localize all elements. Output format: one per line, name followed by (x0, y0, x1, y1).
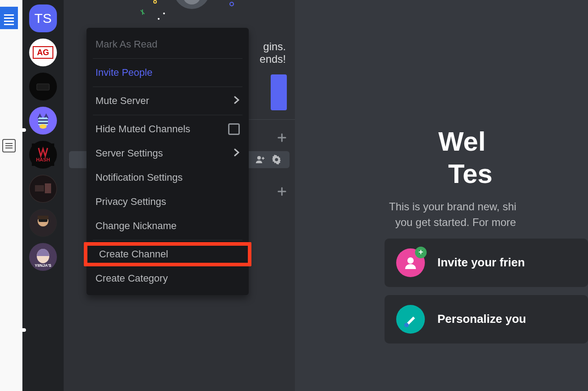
menu-label: Mark As Read (95, 39, 157, 50)
chevron-right-icon (233, 96, 240, 107)
menu-divider (93, 115, 242, 115)
server-icon-hash[interactable]: HASH (29, 141, 57, 169)
invite-icon[interactable] (255, 154, 266, 165)
menu-label: Server Settings (95, 148, 163, 159)
desk-photo-icon (30, 175, 56, 202)
list-icon[interactable] (2, 139, 16, 152)
menu-notification-settings[interactable]: Notification Settings (86, 165, 249, 190)
plus-badge-icon: + (415, 247, 427, 258)
confetti-icon (163, 13, 165, 14)
menu-mark-as-read[interactable]: Mark As Read (86, 32, 249, 56)
menu-label: Change Nickname (95, 220, 177, 232)
menu-create-category[interactable]: Create Category (86, 266, 249, 291)
menu-label: Hide Muted Channels (95, 123, 190, 135)
svg-text:YIINJA'S: YIINJA'S (35, 263, 51, 268)
server-icon-dojo[interactable]: YIINJA'S (29, 243, 57, 271)
chevron-right-icon (233, 148, 240, 159)
menu-invite-people[interactable]: Invite People (86, 61, 249, 85)
svg-rect-5 (38, 119, 48, 121)
svg-rect-2 (37, 84, 49, 90)
svg-rect-12 (45, 183, 51, 193)
svg-point-23 (407, 257, 414, 264)
confetti-icon (229, 2, 234, 6)
menu-label: Invite People (95, 67, 152, 78)
google-docs-icon[interactable] (0, 7, 18, 29)
primary-action-button[interactable] (271, 74, 287, 110)
menu-divider (93, 58, 242, 59)
invite-card-icon: + (396, 248, 425, 277)
confetti-icon (158, 18, 160, 20)
main-content: Wel Tes This is your brand new, shi you … (295, 0, 588, 391)
server-icon-ag[interactable]: AG (29, 39, 57, 66)
browser-sidebar-edge (0, 0, 22, 391)
ag-logo-icon: AG (32, 46, 54, 59)
menu-label: Notification Settings (95, 172, 182, 183)
card-invite-label: Invite your frien (437, 256, 525, 269)
server-icon-streamer[interactable] (29, 209, 57, 237)
menu-change-nickname[interactable]: Change Nickname (86, 214, 249, 238)
onboarding-card-invite[interactable]: + Invite your frien (385, 239, 588, 287)
menu-mute-server[interactable]: Mute Server (86, 89, 249, 113)
svg-text:HASH: HASH (36, 157, 50, 162)
svg-point-24 (404, 323, 409, 327)
welcome-subtitle-line2: you get started. For more (389, 215, 588, 230)
cat-avatar-icon (33, 110, 53, 131)
hash-logo-icon: HASH (32, 143, 54, 166)
menu-create-channel[interactable]: Create Channel (84, 242, 251, 266)
personalize-card-icon (396, 305, 425, 334)
menu-label: Create Channel (99, 248, 168, 260)
server-avatar (171, 0, 212, 12)
server-initials: TS (35, 11, 52, 26)
svg-text:AG: AG (37, 48, 49, 57)
add-channel-icon[interactable] (277, 185, 287, 200)
welcome-heading-line2: Tes (438, 158, 588, 190)
menu-server-settings[interactable]: Server Settings (86, 141, 249, 165)
welcome-heading-line1: Wel (438, 126, 588, 158)
server-icon-cat[interactable] (29, 107, 57, 135)
menu-label: Create Category (95, 273, 168, 284)
dojo-avatar-icon: YIINJA'S (30, 243, 56, 270)
svg-rect-16 (38, 216, 48, 219)
server-unread-pill (22, 328, 26, 332)
console-icon (34, 78, 52, 96)
menu-privacy-settings[interactable]: Privacy Settings (86, 190, 249, 214)
onboarding-card-personalize[interactable]: Personalize you (385, 295, 588, 343)
streamer-avatar-icon (30, 209, 56, 236)
svg-point-22 (275, 158, 278, 161)
menu-hide-muted-channels[interactable]: Hide Muted Channels (86, 117, 249, 141)
gear-icon[interactable] (271, 154, 282, 165)
server-icon-testserver[interactable]: TS (29, 4, 57, 32)
svg-point-20 (257, 156, 261, 160)
menu-divider (93, 240, 242, 240)
checkbox-icon[interactable] (228, 123, 240, 135)
server-icon-console[interactable] (29, 73, 57, 100)
server-unread-pill (22, 128, 26, 132)
discord-app: TS AG HASH YIINJA'S (22, 0, 588, 391)
svg-point-7 (39, 124, 47, 129)
server-context-menu: Mark As Read Invite People Mute Server H… (86, 28, 249, 295)
svg-rect-6 (38, 122, 48, 124)
card-personalize-label: Personalize you (437, 312, 526, 326)
menu-label: Privacy Settings (95, 196, 166, 208)
server-icon-desk[interactable] (29, 175, 57, 203)
server-list: TS AG HASH YIINJA'S (22, 0, 64, 391)
svg-rect-11 (35, 185, 44, 191)
menu-label: Mute Server (95, 95, 149, 107)
confetti-icon (153, 0, 157, 4)
welcome-subtitle-line1: This is your brand new, shi (389, 199, 588, 215)
menu-divider (93, 87, 242, 87)
add-channel-icon[interactable] (277, 131, 287, 146)
confetti-icon (142, 9, 143, 15)
